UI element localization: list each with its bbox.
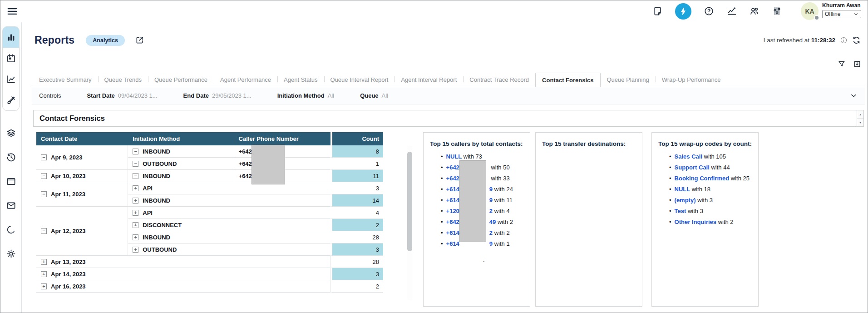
sidebar-rest — [2, 120, 20, 267]
initiation-method-cell: +DISCONNECT — [128, 219, 330, 231]
download-icon[interactable] — [853, 60, 861, 68]
panel-link[interactable]: (empty) — [675, 197, 696, 204]
collapse-toggle-icon[interactable]: − — [133, 161, 138, 167]
table-row: −Apr 12, 2023+API4 — [36, 207, 383, 219]
collapse-toggle-icon[interactable]: − — [41, 173, 47, 179]
panel-link[interactable]: NULL — [446, 153, 462, 160]
tab-executive-summary[interactable]: Executive Summary — [33, 73, 98, 87]
avatar[interactable]: KA — [801, 2, 819, 20]
collapse-toggle-icon[interactable]: − — [41, 191, 47, 197]
sidebar-item-history-icon[interactable] — [2, 147, 20, 168]
expand-toggle-icon[interactable]: + — [133, 247, 138, 253]
panel-link[interactable]: +614 — [446, 240, 459, 247]
expand-toggle-icon[interactable]: + — [133, 234, 138, 240]
filter-end-date[interactable]: End Date29/05/2023 1... — [183, 92, 252, 99]
panel-link[interactable]: 9 — [489, 240, 493, 247]
external-link-icon[interactable] — [135, 35, 144, 45]
status-select[interactable]: Offline — [822, 10, 861, 18]
expand-toggle-icon[interactable]: + — [133, 185, 138, 191]
controls-row: Controls Start Date09/04/2023 1...End Da… — [32, 87, 865, 104]
tab-queue-trends[interactable]: Queue Trends — [98, 73, 148, 87]
refresh-icon[interactable] — [852, 36, 861, 45]
collapse-toggle-icon[interactable]: − — [133, 173, 138, 179]
date-cell: +Apr 14, 2023 — [36, 268, 330, 280]
filter-funnel-icon[interactable] — [838, 60, 846, 68]
sidebar-item-line-chart-icon[interactable] — [2, 69, 20, 89]
sidebar-item-window-icon[interactable] — [2, 171, 20, 192]
count-cell: 4 — [330, 207, 383, 219]
panel-link[interactable]: +642 — [446, 175, 459, 182]
content-row: Contact DateInitiation MethodCaller Phon… — [36, 132, 865, 307]
expand-toggle-icon[interactable]: + — [133, 198, 138, 204]
panel-link[interactable]: +614 — [446, 197, 459, 204]
item-count-text: with 33 — [489, 175, 510, 182]
list-item: •(empty) with 3 — [669, 195, 755, 206]
panel-link[interactable]: Sales Call — [675, 153, 702, 160]
metrics-icon[interactable] — [726, 6, 737, 16]
collapse-toggle-icon[interactable]: − — [41, 154, 47, 160]
title-scroll-stepper: ▲ ▼ — [857, 110, 863, 126]
report-title-box: Contact Forensics ▲ ▼ — [33, 110, 864, 127]
sidebar-item-calendar-icon[interactable] — [2, 48, 20, 69]
tab-wrap-up-performance[interactable]: Wrap-Up Performance — [656, 73, 727, 87]
hamburger-menu-icon[interactable] — [6, 5, 18, 17]
analytics-badge[interactable]: Analytics — [86, 35, 125, 46]
panel-link[interactable]: Booking Confirmed — [675, 175, 730, 182]
panel-link[interactable]: NULL — [675, 186, 690, 193]
controls-expand-chevron-icon[interactable] — [850, 92, 858, 99]
panel-link[interactable]: 9 — [489, 197, 493, 204]
stepper-down-icon[interactable]: ▼ — [857, 119, 863, 126]
sidebar-item-gear-icon[interactable] — [2, 243, 20, 264]
filter-start-date[interactable]: Start Date09/04/2023 1... — [87, 92, 157, 99]
tab-queue-planning[interactable]: Queue Planning — [601, 73, 656, 87]
date-label: Apr 10, 2023 — [51, 173, 86, 179]
help-icon[interactable] — [704, 6, 714, 16]
item-count-text: with 3 — [696, 197, 713, 204]
sidebar-item-layers-icon[interactable] — [2, 123, 20, 144]
tab-queue-performance[interactable]: Queue Performance — [148, 73, 214, 87]
main-area: Reports Analytics Last refreshed at 11:2… — [22, 22, 868, 307]
panel-link[interactable]: +642 — [446, 219, 459, 225]
table-scrollbar-thumb[interactable] — [407, 152, 412, 251]
table-scrollbar[interactable] — [407, 146, 412, 300]
item-count-text: with 2 — [716, 219, 734, 225]
forensics-table-wrap: Contact DateInitiation MethodCaller Phon… — [36, 132, 423, 293]
tab-contract-trace-record[interactable]: Contract Trace Record — [463, 73, 535, 87]
tab-agent-performance[interactable]: Agent Performance — [214, 73, 277, 87]
info-icon[interactable] — [840, 36, 848, 44]
sidebar-item-pie-chart-icon[interactable] — [2, 219, 20, 240]
tab-agent-interval-report[interactable]: Agent Interval Report — [395, 73, 463, 87]
panel-link[interactable]: +614 — [446, 229, 459, 236]
settings-sliders-icon[interactable] — [772, 6, 782, 16]
tab-agent-status[interactable]: Agent Status — [277, 73, 324, 87]
expand-toggle-icon[interactable]: + — [41, 271, 47, 277]
panel-link[interactable]: +120 — [446, 208, 459, 214]
expand-toggle-icon[interactable]: + — [41, 283, 47, 289]
tab-contact-forensics[interactable]: Contact Forensics — [535, 73, 600, 87]
sidebar-item-design-brush-icon[interactable] — [2, 89, 20, 110]
collapse-toggle-icon[interactable]: − — [133, 149, 138, 154]
panel-link[interactable]: 9 — [489, 186, 493, 193]
sidebar-item-bar-chart-icon[interactable] — [2, 27, 20, 48]
collapse-toggle-icon[interactable]: − — [41, 228, 47, 234]
sidebar-item-mail-icon[interactable] — [2, 195, 20, 216]
panel-link[interactable]: +614 — [446, 186, 459, 193]
expand-toggle-icon[interactable]: + — [133, 210, 138, 216]
notepad-icon[interactable] — [652, 6, 663, 16]
stepper-up-icon[interactable]: ▲ — [857, 110, 863, 119]
panel-link[interactable]: 2 — [489, 229, 493, 236]
tab-queue-interval-report[interactable]: Queue Interval Report — [324, 73, 395, 87]
expand-toggle-icon[interactable]: + — [41, 259, 47, 265]
filter-initiation-method[interactable]: Initiation MethodAll — [277, 92, 334, 99]
panel-link[interactable]: 49 — [489, 219, 496, 225]
panel-link[interactable]: Other Inquiries — [675, 219, 716, 225]
panel-link[interactable]: +642 — [446, 164, 459, 171]
panel-link[interactable]: Test — [675, 208, 686, 214]
panel-link[interactable]: Support Call — [675, 164, 710, 171]
filter-queue[interactable]: QueueAll — [360, 92, 388, 99]
users-icon[interactable] — [749, 6, 760, 16]
expand-toggle-icon[interactable]: + — [133, 222, 138, 228]
panel-link[interactable]: 2 — [489, 208, 493, 214]
realtime-bolt-icon[interactable] — [675, 3, 691, 20]
column-header-count: Count — [330, 132, 383, 145]
